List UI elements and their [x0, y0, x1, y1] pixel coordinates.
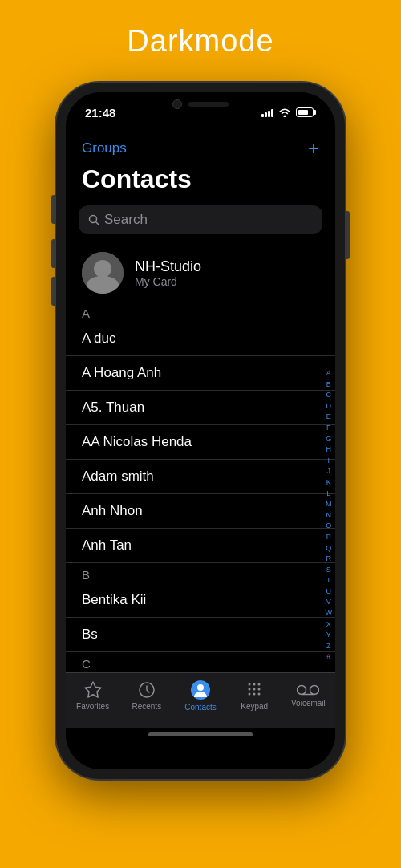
- contacts-title: Contacts: [82, 164, 319, 194]
- tab-favorites-label: Favorites: [76, 702, 109, 711]
- search-bar[interactable]: Search: [79, 205, 322, 234]
- svg-line-2: [96, 222, 99, 225]
- index-k[interactable]: K: [326, 477, 333, 488]
- index-x[interactable]: X: [326, 619, 333, 630]
- index-j[interactable]: J: [326, 466, 333, 477]
- groups-button[interactable]: Groups: [82, 140, 127, 156]
- section-header-c: C: [66, 652, 335, 672]
- contact-list: A A duc A Hoang Anh A5. Thuan AA Nicolas…: [66, 302, 335, 672]
- list-item[interactable]: A Hoang Anh: [66, 356, 335, 391]
- index-s[interactable]: S: [326, 565, 333, 575]
- home-indicator: [66, 728, 335, 744]
- tab-bar: Favorites Recents Contacts: [66, 672, 335, 728]
- my-card[interactable]: NH-Studio My Card: [66, 244, 335, 302]
- list-item[interactable]: A5. Thuan: [66, 391, 335, 425]
- index-r[interactable]: R: [326, 554, 333, 564]
- section-header-a: A: [66, 302, 335, 322]
- search-icon: [88, 214, 99, 225]
- tab-keypad[interactable]: Keypad: [228, 680, 282, 711]
- index-v[interactable]: V: [326, 597, 333, 607]
- wifi-icon: [278, 107, 291, 117]
- list-item[interactable]: Bs: [66, 618, 335, 652]
- index-p[interactable]: P: [326, 532, 333, 542]
- home-bar: [148, 732, 253, 736]
- index-u[interactable]: U: [326, 586, 333, 597]
- tab-voicemail-label: Voicemail: [291, 699, 326, 708]
- index-f[interactable]: F: [326, 423, 333, 433]
- index-h[interactable]: H: [326, 444, 333, 455]
- add-contact-button[interactable]: +: [308, 137, 319, 160]
- index-g[interactable]: G: [326, 434, 333, 444]
- index-b[interactable]: B: [326, 379, 333, 390]
- index-w[interactable]: W: [326, 608, 333, 619]
- index-i[interactable]: I: [326, 456, 333, 466]
- svg-point-8: [258, 683, 261, 686]
- signal-icon: [261, 107, 273, 117]
- tab-contacts-label: Contacts: [184, 703, 216, 712]
- list-item[interactable]: Anh Nhon: [66, 494, 335, 529]
- svg-point-9: [249, 688, 251, 691]
- tab-recents[interactable]: Recents: [119, 680, 173, 711]
- svg-point-6: [249, 683, 251, 686]
- svg-point-12: [249, 693, 251, 696]
- notch-cam: [172, 99, 182, 109]
- tab-recents-label: Recents: [132, 702, 161, 711]
- list-item[interactable]: A duc: [66, 322, 335, 356]
- avatar: [82, 252, 124, 294]
- search-placeholder: Search: [104, 212, 148, 228]
- my-card-info: NH-Studio My Card: [135, 258, 201, 288]
- tab-contacts[interactable]: Contacts: [173, 679, 227, 712]
- index-d[interactable]: D: [326, 401, 333, 412]
- index-n[interactable]: N: [326, 510, 333, 521]
- svg-point-10: [253, 688, 256, 691]
- list-item[interactable]: AA Nicolas Henda: [66, 425, 335, 460]
- grid-icon: [245, 680, 264, 700]
- phone-frame: 21:48: [56, 83, 345, 779]
- list-item[interactable]: Anh Tan: [66, 529, 335, 563]
- index-c[interactable]: C: [326, 390, 333, 400]
- index-l[interactable]: L: [326, 489, 333, 499]
- svg-point-13: [253, 693, 256, 696]
- index-hash[interactable]: #: [326, 651, 333, 662]
- index-t[interactable]: T: [326, 575, 333, 586]
- star-icon: [83, 680, 103, 700]
- index-y[interactable]: Y: [326, 630, 333, 640]
- app-content: Groups + Contacts Search: [66, 128, 335, 769]
- phone-screen: 21:48: [66, 92, 335, 769]
- battery-icon: [296, 107, 316, 117]
- svg-point-5: [197, 684, 204, 691]
- tab-favorites[interactable]: Favorites: [66, 680, 119, 711]
- tab-voicemail[interactable]: Voicemail: [282, 683, 335, 708]
- index-bar[interactable]: A B C D E F G H I J K L M N O P Q R S T: [326, 368, 333, 662]
- svg-point-15: [298, 686, 306, 695]
- section-header-b: B: [66, 563, 335, 583]
- clock-icon: [137, 680, 156, 700]
- vol-up-button: [51, 239, 55, 268]
- status-right: [261, 107, 316, 117]
- index-m[interactable]: M: [326, 499, 333, 509]
- svg-point-16: [310, 686, 319, 695]
- list-item[interactable]: Bentika Kii: [66, 583, 335, 618]
- status-time: 21:48: [85, 106, 115, 120]
- svg-point-7: [253, 683, 256, 686]
- nav-bar: Groups +: [66, 128, 335, 163]
- list-item[interactable]: Adam smith: [66, 460, 335, 494]
- index-o[interactable]: O: [326, 521, 333, 531]
- page-header: Contacts: [66, 163, 335, 202]
- notch: [136, 92, 265, 116]
- person-icon: [190, 679, 211, 700]
- tab-keypad-label: Keypad: [241, 702, 268, 711]
- index-z[interactable]: Z: [326, 641, 333, 651]
- index-e[interactable]: E: [326, 412, 333, 422]
- svg-point-0: [284, 116, 286, 118]
- index-a[interactable]: A: [326, 368, 333, 379]
- svg-point-11: [258, 688, 261, 691]
- notch-speaker: [188, 102, 229, 107]
- voicemail-icon: [297, 683, 319, 696]
- index-q[interactable]: Q: [326, 543, 333, 554]
- vol-down-button: [51, 277, 55, 306]
- page-title-text: Darkmode: [127, 24, 273, 59]
- my-card-name: NH-Studio: [135, 258, 201, 275]
- svg-point-14: [258, 693, 261, 696]
- my-card-subtitle: My Card: [135, 275, 201, 288]
